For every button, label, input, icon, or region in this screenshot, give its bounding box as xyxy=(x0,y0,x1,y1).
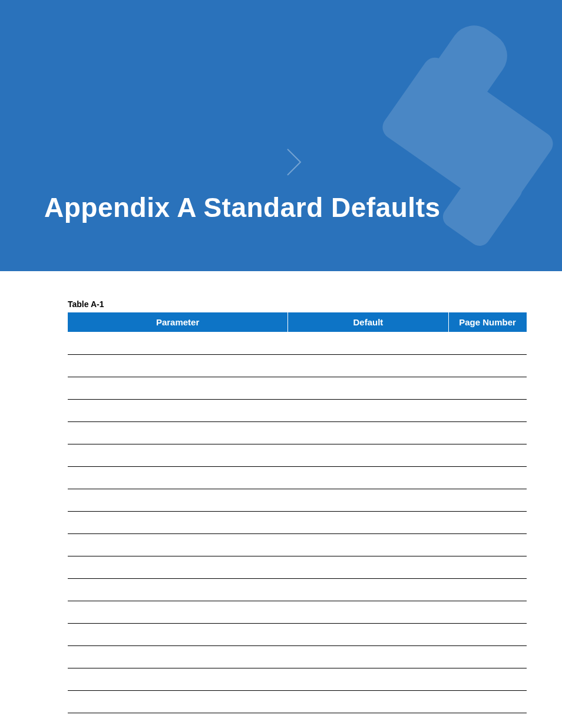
cell-default xyxy=(288,690,448,713)
cell-parameter xyxy=(68,489,288,511)
cell-page xyxy=(448,601,526,623)
cell-parameter xyxy=(68,511,288,533)
cell-parameter xyxy=(68,354,288,377)
cell-default xyxy=(288,421,448,444)
page-title: Appendix A Standard Defaults xyxy=(44,192,441,223)
cell-default xyxy=(288,556,448,578)
content-area: Table A-1 Parameter Default Page Number … xyxy=(0,271,562,728)
cell-page xyxy=(448,690,526,713)
cell-parameter xyxy=(68,444,288,466)
cell-parameter xyxy=(68,399,288,421)
table-row xyxy=(68,489,527,511)
section-cell xyxy=(68,645,527,668)
cell-parameter xyxy=(68,578,288,601)
cell-default xyxy=(288,578,448,601)
cell-parameter xyxy=(68,668,288,690)
cell-default xyxy=(288,466,448,489)
table-row xyxy=(68,668,527,690)
cell-parameter xyxy=(68,690,288,713)
cell-page xyxy=(448,489,526,511)
cell-default xyxy=(288,444,448,466)
cell-page xyxy=(448,377,526,399)
cell-parameter xyxy=(68,623,288,645)
cell-page xyxy=(448,668,526,690)
header-banner: Appendix A Standard Defaults xyxy=(0,0,562,271)
table-row xyxy=(68,466,527,489)
table-row xyxy=(68,421,527,444)
table-row xyxy=(68,533,527,556)
cell-default xyxy=(288,668,448,690)
table-row xyxy=(68,354,527,377)
col-header-page: Page Number xyxy=(448,312,526,332)
cell-default xyxy=(288,713,448,728)
cell-parameter xyxy=(68,556,288,578)
table-row xyxy=(68,377,527,399)
table-row xyxy=(68,690,527,713)
cell-parameter xyxy=(68,377,288,399)
chevron-right-icon xyxy=(283,144,306,180)
cell-page xyxy=(448,713,526,728)
defaults-table: Parameter Default Page Number xyxy=(68,312,527,728)
cell-page xyxy=(448,578,526,601)
cell-default xyxy=(288,354,448,377)
table-row xyxy=(68,623,527,645)
table-row xyxy=(68,578,527,601)
cell-default xyxy=(288,623,448,645)
table-row xyxy=(68,332,527,354)
cell-page xyxy=(448,533,526,556)
cell-default xyxy=(288,533,448,556)
cell-default xyxy=(288,511,448,533)
cell-parameter xyxy=(68,713,288,728)
table-header-row: Parameter Default Page Number xyxy=(68,312,527,332)
table-row xyxy=(68,556,527,578)
cell-page xyxy=(448,556,526,578)
cell-parameter xyxy=(68,533,288,556)
cell-default xyxy=(288,377,448,399)
cell-page xyxy=(448,354,526,377)
cell-parameter xyxy=(68,466,288,489)
cell-default xyxy=(288,601,448,623)
cell-page xyxy=(448,421,526,444)
cell-default xyxy=(288,489,448,511)
cell-page xyxy=(448,623,526,645)
table-row xyxy=(68,399,527,421)
table-row xyxy=(68,444,527,466)
table-row xyxy=(68,511,527,533)
cell-parameter xyxy=(68,421,288,444)
table-row xyxy=(68,713,527,728)
table-row xyxy=(68,601,527,623)
section-cell xyxy=(68,332,527,354)
table-row xyxy=(68,645,527,668)
cell-parameter xyxy=(68,601,288,623)
col-header-parameter: Parameter xyxy=(68,312,288,332)
cell-default xyxy=(288,399,448,421)
cell-page xyxy=(448,511,526,533)
col-header-default: Default xyxy=(288,312,448,332)
cell-page xyxy=(448,466,526,489)
cell-page xyxy=(448,444,526,466)
cell-page xyxy=(448,399,526,421)
table-caption: Table A-1 xyxy=(68,299,527,309)
